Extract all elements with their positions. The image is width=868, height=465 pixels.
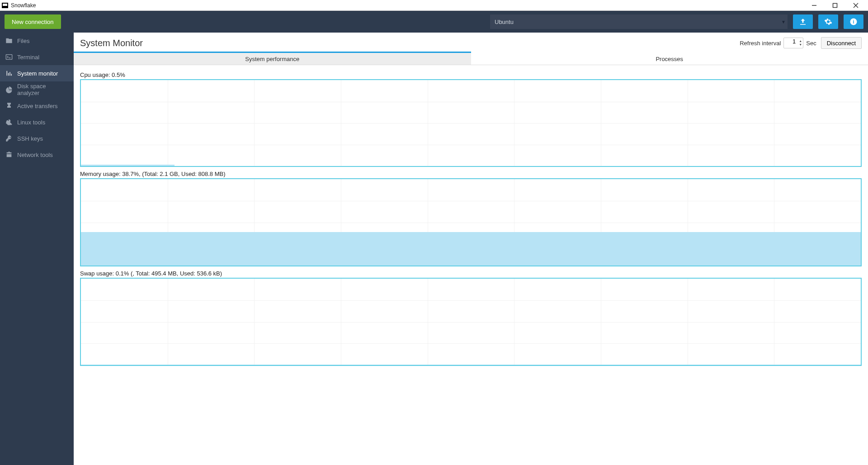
info-button[interactable]: i: [844, 14, 863, 29]
sidebar-item-label: Terminal: [17, 54, 39, 61]
refresh-interval-input[interactable]: 1 ▲▼: [783, 38, 803, 48]
refresh-interval-label: Refresh interval: [740, 40, 781, 47]
svg-rect-6: [6, 55, 12, 60]
sidebar-item-system-monitor[interactable]: System monitor: [0, 65, 74, 81]
connection-selector[interactable]: ▼: [490, 14, 788, 29]
sidebar-item-disk-space[interactable]: Disk space analyzer: [0, 81, 74, 98]
sidebar-item-network-tools[interactable]: Network tools: [0, 147, 74, 163]
upload-button[interactable]: [793, 14, 813, 29]
sidebar-item-ssh-keys[interactable]: SSH keys: [0, 130, 74, 147]
page-title: System Monitor: [80, 38, 143, 48]
tab-system-performance[interactable]: System performance: [74, 52, 471, 65]
tabs: System performance Processes: [74, 52, 868, 65]
tab-label: Processes: [656, 56, 683, 62]
app-toolbar: New connection ▼ i: [0, 11, 868, 33]
window-minimize-button[interactable]: [804, 0, 825, 11]
chart-icon: [5, 70, 13, 77]
main-content: System Monitor Refresh interval 1 ▲▼ Sec…: [74, 33, 868, 465]
refresh-interval-unit: Sec: [806, 40, 816, 47]
cpu-usage-chart: [80, 79, 862, 167]
window-maximize-button[interactable]: [825, 0, 845, 11]
window-close-button[interactable]: [845, 0, 866, 11]
terminal-icon: [5, 53, 13, 61]
tab-label: System performance: [245, 56, 299, 62]
svg-text:i: i: [853, 19, 854, 24]
sidebar-item-label: System monitor: [17, 70, 58, 77]
sidebar-item-label: Linux tools: [17, 119, 45, 126]
sidebar-item-label: Files: [17, 38, 29, 44]
page-header: System Monitor Refresh interval 1 ▲▼ Sec…: [74, 33, 868, 52]
memory-usage-label: Memory usage: 38.7%, (Total: 2.1 GB, Use…: [80, 171, 862, 177]
sidebar-item-label: Network tools: [17, 152, 53, 158]
info-icon: i: [849, 18, 858, 26]
briefcase-icon: [5, 151, 13, 158]
chevron-down-icon[interactable]: ▼: [779, 14, 788, 29]
tools-icon: [5, 119, 13, 126]
settings-button[interactable]: [818, 14, 838, 29]
sidebar-item-label: SSH keys: [17, 135, 43, 142]
gear-icon: [824, 18, 832, 26]
sidebar-item-label: Disk space analyzer: [17, 83, 68, 96]
connection-input[interactable]: [490, 14, 779, 29]
disconnect-button[interactable]: Disconnect: [821, 37, 862, 49]
swap-usage-chart: [80, 278, 862, 366]
hourglass-icon: [5, 102, 13, 109]
sidebar-item-files[interactable]: Files: [0, 33, 74, 49]
app-icon: [2, 3, 8, 8]
sidebar: Files Terminal System monitor Disk space…: [0, 33, 74, 465]
key-icon: [5, 135, 13, 142]
svg-rect-1: [833, 3, 837, 7]
new-connection-button[interactable]: New connection: [5, 14, 61, 29]
sidebar-item-terminal[interactable]: Terminal: [0, 49, 74, 65]
cpu-usage-label: Cpu usage: 0.5%: [80, 71, 862, 78]
charts-area: Cpu usage: 0.5% Memory usage: 38.7%, (To…: [74, 65, 868, 372]
window-titlebar: Snowflake: [0, 0, 868, 11]
memory-usage-chart: [80, 178, 862, 266]
upload-icon: [799, 18, 807, 26]
pie-icon: [5, 86, 13, 93]
sidebar-item-linux-tools[interactable]: Linux tools: [0, 114, 74, 130]
sidebar-item-label: Active transfers: [17, 103, 58, 109]
tab-processes[interactable]: Processes: [471, 52, 868, 65]
swap-usage-label: Swap usage: 0.1% (, Total: 495.4 MB, Use…: [80, 270, 862, 277]
sidebar-item-active-transfers[interactable]: Active transfers: [0, 98, 74, 114]
window-title: Snowflake: [11, 2, 36, 9]
spinner-arrows-icon[interactable]: ▲▼: [797, 38, 802, 47]
folder-icon: [5, 37, 13, 44]
refresh-interval-value: 1: [793, 38, 796, 45]
